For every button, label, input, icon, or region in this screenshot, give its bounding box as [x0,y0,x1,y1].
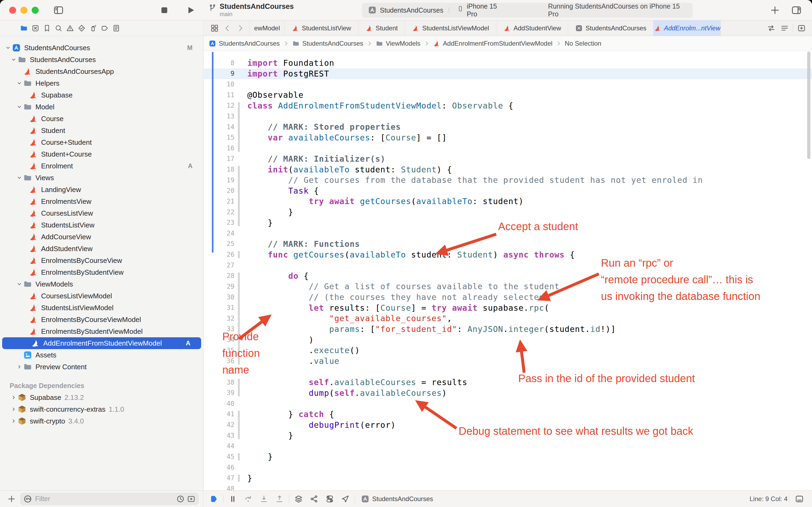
add-editor-icon[interactable] [797,24,806,33]
editor-tab-addstudentview[interactable]: AddStudentView [496,20,568,36]
sidebar-item-landingview[interactable]: LandingView [0,184,203,195]
navigator-tab-find[interactable] [55,24,63,32]
toggle-inspector-icon[interactable] [791,5,802,15]
sidebar-item-enrolmentsbycourseviewmodel[interactable]: EnrolmentsByCourseViewModel [0,314,203,326]
editor-options-icon[interactable] [780,24,789,33]
code-line-33[interactable]: 33 params: ["for_student_id": AnyJSON.in… [204,324,812,335]
sidebar-item-studentsandcoursesapp[interactable]: StudentsAndCoursesApp [0,65,203,77]
close-window-button[interactable] [9,7,16,14]
sidebar-item-enrolment[interactable]: EnrolmentA [0,160,203,172]
navigator-tab-reports[interactable] [112,24,120,32]
sidebar-item-views[interactable]: Views [0,172,203,184]
code-line-17[interactable]: 17 // MARK: Initializer(s) [204,154,812,164]
sidebar-item-enrolmentsbystudentviewmodel[interactable]: EnrolmentsByStudentViewModel [0,326,203,337]
code-line-39[interactable]: 39 dump(self.availableCourses) [204,388,812,398]
breakpoints-toggle-icon[interactable] [209,494,218,504]
code-line-18[interactable]: 18 init(availableTo student: Student) { [204,164,812,175]
sidebar-item-swift-crypto[interactable]: swift-crypto3.4.0 [0,415,203,427]
sidebar-item-enrolmentsbystudentview[interactable]: EnrolmentsByStudentView [0,266,203,278]
code-line-23[interactable]: 23 } [204,217,812,228]
code-line-14[interactable]: 14 // MARK: Stored properties [204,122,812,132]
code-line-22[interactable]: 22 } [204,207,812,218]
filter-input[interactable]: Filter [20,493,198,505]
code-line-27[interactable]: 27 [204,260,812,271]
swap-editor-icon[interactable] [767,24,775,33]
environment-overrides-icon[interactable] [325,494,334,504]
sidebar-item-addenrolmentfromstudentviewmodel[interactable]: AddEnrolmentFromStudentViewModelA [2,337,201,349]
sidebar-item-course[interactable]: Course [0,113,203,125]
code-line-45[interactable]: 45 } [204,451,812,462]
code-line-36[interactable]: 36 .value [204,356,812,367]
disclosure-chevron-icon[interactable] [4,44,12,52]
source-editor[interactable]: 8import Foundation9import PostgREST1011@… [204,51,812,490]
code-line-20[interactable]: 20 Task { [204,185,812,196]
code-line-32[interactable]: 32 "get_available_courses", [204,313,812,324]
sidebar-item-enrolmentsbycourseview[interactable]: EnrolmentsByCourseView [0,255,203,266]
view-hierarchy-icon[interactable] [294,494,303,504]
navigator-tab-debug[interactable] [89,24,97,32]
pause-icon[interactable] [228,494,237,504]
back-icon[interactable] [223,24,232,33]
code-line-46[interactable]: 46 [204,462,812,473]
sidebar-item-enrolmentsview[interactable]: EnrolmentsView [0,195,203,207]
editor-tab-student[interactable]: Student [358,20,405,36]
code-line-42[interactable]: 42 debugPrint(error) [204,419,812,430]
editor-tab-ewmodel[interactable]: ewModel [250,20,285,36]
code-line-26[interactable]: 26 func getCourses(availableTo student: … [204,249,812,260]
code-line-25[interactable]: 25 // MARK: Functions [204,239,812,249]
disclosure-chevron-icon[interactable] [15,280,23,288]
navigator-tab-breakpoints[interactable] [101,24,109,32]
code-line-10[interactable]: 10 [204,79,812,90]
navigator-tab-project-navigator[interactable] [20,24,28,32]
code-line-13[interactable]: 13 [204,111,812,122]
sidebar-item-supabase[interactable]: Supabase2.13.2 [0,392,203,403]
breadcrumb-item[interactable]: StudentsAndCourses [292,40,363,47]
sidebar-item-preview-content[interactable]: Preview Content [0,361,203,373]
forward-icon[interactable] [236,24,245,33]
related-items-icon[interactable] [210,24,219,33]
sidebar-item-studentslistview[interactable]: StudentsListView [0,219,203,231]
code-line-43[interactable]: 43 } [204,430,812,441]
sidebar-item-assets[interactable]: Assets [0,349,203,361]
code-line-8[interactable]: 8import Foundation [204,58,812,68]
navigator-tab-tests[interactable] [77,24,85,32]
sidebar-item-viewmodels[interactable]: ViewModels [0,278,203,290]
disclosure-chevron-icon[interactable] [15,174,23,181]
code-line-9[interactable]: 9import PostgREST [204,68,812,79]
code-line-15[interactable]: 15 var availableCourses: [Course] = [] [204,132,812,143]
disclosure-chevron-icon[interactable] [10,56,17,63]
editor-tab-addenrolm-ntview[interactable]: AddEnrolm...ntView [653,20,721,36]
editor-scrollbar[interactable] [807,52,810,159]
sidebar-item-courseslistview[interactable]: CoursesListView [0,207,203,219]
code-line-21[interactable]: 21 try await getCourses(availableTo: stu… [204,196,812,207]
breadcrumb-item[interactable]: StudentsAndCourses [209,40,280,47]
code-line-28[interactable]: 28 do { [204,271,812,281]
code-line-35[interactable]: 35 .execute() [204,345,812,356]
code-line-16[interactable]: 16 [204,143,812,154]
code-line-44[interactable]: 44 [204,441,812,452]
navigator-tab-source-control[interactable] [32,24,40,32]
code-line-24[interactable]: 24 [204,228,812,239]
disclosure-chevron-icon[interactable] [10,394,17,401]
navigator-tab-bookmarks[interactable] [43,24,51,32]
sidebar-item-addstudentview[interactable]: AddStudentView [0,243,203,255]
code-line-11[interactable]: 11@Observable [204,90,812,101]
code-line-34[interactable]: 34 ) [204,334,812,345]
scheme-selector[interactable]: StudentsAndCourses 〉 iPhone 15 Pro Runni… [362,3,693,18]
scheme-target[interactable]: StudentsAndCourses [380,6,443,14]
code-line-12[interactable]: 12class AddEnrolmentFromStudentViewModel… [204,101,812,111]
code-line-30[interactable]: 30 // (the courses they have not already… [204,292,812,303]
editor-tab-studentslistviewmodel[interactable]: StudentsListViewModel [405,20,496,36]
simulate-location-icon[interactable] [341,494,350,504]
recents-clock-icon[interactable] [176,495,185,503]
code-line-47[interactable]: 47} [204,472,812,484]
sidebar-item-addcourseview[interactable]: AddCourseView [0,231,203,243]
sidebar-item-swift-concurrency-extras[interactable]: swift-concurrency-extras1.1.0 [0,403,203,415]
code-line-29[interactable]: 29 // Get a list of courses available to… [204,281,812,292]
running-process[interactable]: StudentsAndCourses [361,495,433,503]
editor-tab-studentslistview[interactable]: StudentsListView [285,20,358,36]
sidebar-item-supabase[interactable]: Supabase [0,89,203,101]
disclosure-chevron-icon[interactable] [15,103,23,111]
zoom-window-button[interactable] [32,7,39,14]
navigator-tab-issues[interactable] [66,24,74,32]
